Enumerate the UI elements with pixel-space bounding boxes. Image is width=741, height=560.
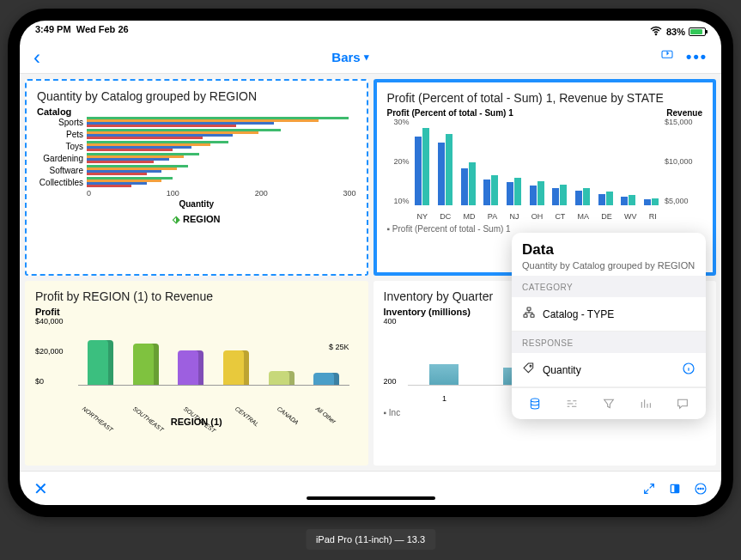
status-bar: 3:49 PM Wed Feb 26 83% [20,21,721,41]
chevron-down-icon: ▾ [364,52,369,63]
svg-point-7 [531,399,539,402]
chart-title: Quantity by Catalog grouped by REGION [37,89,356,103]
legend: ⬗REGION [37,214,356,225]
response-item[interactable]: Quantity [512,353,706,387]
nav-bar: ‹ Bars ▾ ••• [20,41,721,74]
options-icon[interactable] [565,397,579,411]
chart-subtitle: Profit [35,307,358,317]
popover-title: Data [522,241,695,259]
expand-icon[interactable] [642,482,656,496]
svg-point-12 [700,488,701,489]
chart-title: Profit (Percent of total - Sum) 1, Reven… [387,91,703,105]
svg-rect-2 [527,307,531,310]
chart-subtitle: Catalog [37,107,356,117]
svg-point-11 [698,488,699,489]
present-button[interactable] [660,48,674,66]
tablet-frame: 3:49 PM Wed Feb 26 83% ‹ Bars ▾ ••• [8,9,733,517]
data-icon[interactable] [528,397,542,411]
svg-point-5 [530,365,531,367]
chart-subtitles: Profit (Percent of total - Sum) 1 Revenu… [387,108,703,118]
battery-icon [689,27,706,36]
info-icon[interactable] [682,362,695,378]
svg-point-13 [702,488,703,489]
panel-icon[interactable] [668,482,682,496]
hierarchy-icon [522,306,536,322]
home-indicator[interactable] [307,496,435,500]
dashboard-content: Quantity by Catalog grouped by REGION Ca… [20,74,721,471]
response-item-label: Quantity [543,364,581,376]
device-label: iPad Pro (11-inch) — 13.3 [306,529,435,550]
x-axis-ticks: 0100200300 [87,189,356,198]
more-circle-icon[interactable] [694,482,708,496]
status-left: 3:49 PM Wed Feb 26 [35,24,129,40]
back-button[interactable]: ‹ [33,46,40,70]
category-item[interactable]: Catalog - TYPE [512,297,706,332]
section-category-label: CATEGORY [512,276,706,297]
section-response-label: RESPONSE [512,332,706,353]
panel-profit-by-region[interactable]: Profit by REGION (1) to Revenue Profit $… [25,281,368,466]
chart-title: Profit by REGION (1) to Revenue [35,289,358,303]
data-popover[interactable]: Data Quantity by Catalog grouped by REGI… [512,233,706,419]
category-item-label: Catalog - TYPE [543,308,614,320]
tag-icon [522,362,536,378]
page-title: Bars [331,50,360,64]
region-legend-icon: ⬗ [173,214,179,224]
close-button[interactable]: ✕ [33,478,48,499]
battery-percent: 83% [666,27,685,37]
vbar-chart: 30%20%10% $15,000$10,000$5,000 NYDCMDPAN… [387,118,703,221]
page-title-dropdown[interactable]: Bars ▾ [331,50,368,64]
popover-toolbar [512,387,706,419]
panel-quantity-by-catalog[interactable]: Quantity by Catalog grouped by REGION Ca… [25,79,368,276]
svg-point-0 [655,33,656,34]
comment-icon[interactable] [676,397,689,411]
screen: 3:49 PM Wed Feb 26 83% ‹ Bars ▾ ••• [20,21,721,505]
status-right: 83% [649,24,706,40]
annotation: $ 25K [329,343,349,351]
bottom-toolbar: ✕ [20,471,721,505]
chart-type-icon[interactable] [639,397,653,411]
more-button[interactable]: ••• [686,48,708,66]
vbar-chart: $40,000$20,000$0 NORTHEASTSOUTHEASTSOUTH… [35,317,358,411]
hbar-chart: SportsPetsToysGardeningSoftwareCollectib… [37,117,356,187]
svg-rect-4 [531,314,534,317]
wifi-icon [649,24,663,40]
svg-rect-9 [671,485,674,492]
filter-icon[interactable] [602,397,616,411]
popover-desc: Quantity by Catalog grouped by REGION [522,260,695,271]
svg-rect-3 [524,314,527,317]
x-axis-label: Quantity [37,199,356,209]
